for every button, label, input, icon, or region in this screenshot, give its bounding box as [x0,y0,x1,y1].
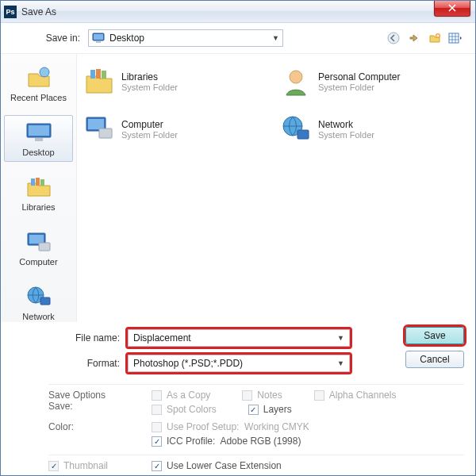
place-label: Network [2,312,75,321]
chevron-down-icon: ▼ [337,334,344,342]
network-icon [23,284,55,309]
user-icon [280,66,312,98]
file-item-computer[interactable]: ComputerSystem Folder [83,108,272,151]
computer-icon [83,113,115,145]
checkbox-layers[interactable]: Layers [248,404,292,415]
svg-rect-14 [29,235,44,244]
svg-rect-9 [35,138,43,141]
svg-rect-12 [40,179,44,186]
divider [48,455,464,455]
svg-rect-2 [96,41,101,43]
network-icon [280,113,312,145]
places-bar: Recent Places Desktop Libraries Computer… [1,54,77,322]
svg-rect-15 [39,243,50,251]
libraries-icon [83,66,115,98]
checkbox-use-proof-setup[interactable]: Use Proof Setup: Working CMYK [152,421,464,432]
file-name: Personal Computer [318,71,400,83]
checkbox-alpha-channels[interactable]: Alpha Channels [314,390,397,401]
save-in-value: Desktop [109,33,272,44]
checkbox-as-a-copy[interactable]: As a Copy [152,390,210,401]
up-one-level-icon[interactable] [407,31,421,45]
place-libraries[interactable]: Libraries [1,170,76,217]
filename-input[interactable]: Displacement ▼ [128,329,350,347]
file-subtext: System Folder [318,130,374,140]
format-dropdown[interactable]: Photoshop (*.PSD;*.PDD) ▼ [128,355,350,372]
save-in-row: Save in: Desktop ▼ [1,23,475,54]
save-in-dropdown[interactable]: Desktop ▼ [88,29,283,47]
file-item-network[interactable]: NetworkSystem Folder [280,108,469,151]
place-recent[interactable]: Recent Places [1,60,76,107]
file-subtext: System Folder [121,130,178,140]
format-label: Format: [1,358,128,369]
svg-rect-1 [94,34,103,40]
svg-rect-20 [102,71,106,79]
file-item-libraries[interactable]: LibrariesSystem Folder [83,60,272,103]
save-options-section: Save Options Save: As a Copy Notes Alpha… [1,388,475,471]
checkbox-spot-colors[interactable]: Spot Colors [152,404,217,415]
svg-point-21 [290,71,302,83]
color-subheading: Color: [48,421,152,432]
svg-rect-26 [298,130,309,139]
checkbox-use-lower-case-ext[interactable]: Use Lower Case Extension [152,460,282,471]
desktop-icon [92,32,105,44]
place-label: Libraries [2,202,75,212]
svg-rect-18 [90,70,95,79]
recent-places-icon [23,65,55,90]
svg-rect-23 [88,119,104,129]
place-network[interactable]: Network [1,279,76,326]
svg-rect-10 [31,178,35,186]
place-computer[interactable]: Computer [1,225,76,271]
svg-point-3 [388,33,399,44]
file-name: Libraries [121,71,178,83]
titlebar: Ps Save As [1,1,475,23]
save-options-heading: Save Options [48,390,152,401]
close-icon [448,4,456,12]
svg-rect-24 [99,129,112,138]
cancel-button[interactable]: Cancel [405,351,464,368]
svg-rect-17 [40,298,50,305]
computer-icon [23,229,55,255]
svg-rect-8 [29,125,49,136]
files-pane[interactable]: LibrariesSystem Folder Personal Computer… [77,54,475,322]
file-name: Computer [121,119,178,130]
checkbox-icc-profile[interactable]: ICC Profile: Adobe RGB (1998) [152,436,464,447]
chevron-down-icon: ▼ [337,359,344,367]
save-button[interactable]: Save [405,327,464,344]
file-name: Network [318,119,374,130]
place-label: Recent Places [2,93,75,102]
checkbox-thumbnail[interactable]: Thumbnail [48,460,152,471]
svg-rect-19 [96,69,101,79]
filename-value: Displacement [133,332,191,344]
file-subtext: System Folder [318,83,400,92]
close-button[interactable] [434,1,470,17]
app-icon: Ps [4,6,17,18]
libraries-icon [23,175,55,200]
filename-label: File name: [1,332,128,344]
save-subheading: Save: [48,401,152,412]
place-desktop[interactable]: Desktop [4,115,73,162]
svg-rect-5 [449,33,459,43]
place-label: Desktop [6,148,71,157]
nav-back-icon[interactable] [386,31,401,45]
file-item-personal-computer[interactable]: Personal ComputerSystem Folder [280,60,469,103]
window-title: Save As [21,6,56,17]
desktop-icon [23,120,55,145]
view-menu-icon[interactable] [448,31,463,45]
svg-point-6 [40,67,49,77]
place-label: Computer [2,257,75,267]
new-folder-icon[interactable] [428,31,442,45]
format-value: Photoshop (*.PSD;*.PDD) [133,358,243,369]
chevron-down-icon: ▼ [272,34,279,42]
file-subtext: System Folder [121,83,178,92]
save-in-label: Save in: [1,33,88,44]
divider [48,384,464,385]
svg-rect-11 [36,178,40,186]
checkbox-notes[interactable]: Notes [242,390,282,401]
